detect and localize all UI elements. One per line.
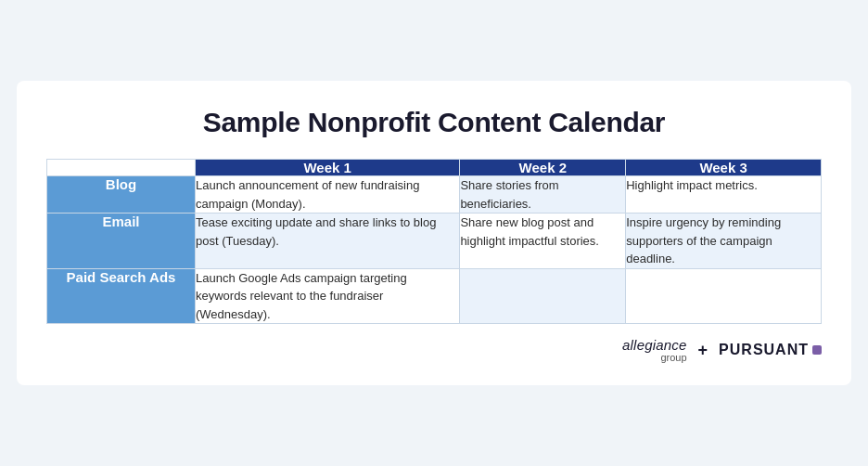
paid-search-week3: [626, 268, 822, 324]
calendar-table: Week 1 Week 2 Week 3 Blog Launch announc…: [46, 159, 822, 324]
allegiance-logo: allegiance group: [622, 337, 687, 363]
row-label-email: Email: [47, 214, 196, 269]
header-week1: Week 1: [196, 160, 460, 176]
blog-week2: Share stories from beneficiaries.: [460, 176, 626, 214]
email-week2: Share new blog post and highlight impact…: [460, 214, 626, 269]
footer: allegiance group + PURSUANT: [46, 337, 822, 363]
header-week2: Week 2: [460, 160, 626, 176]
paid-search-week1: Launch Google Ads campaign targeting key…: [196, 268, 460, 324]
row-label-paid-search: Paid Search Ads: [47, 268, 196, 324]
header-empty-cell: [47, 160, 196, 176]
table-row: Paid Search Ads Launch Google Ads campai…: [47, 268, 822, 324]
pursuant-text: PURSUANT: [719, 342, 809, 358]
blog-week1: Launch announcement of new fundraising c…: [196, 176, 460, 214]
page-container: Sample Nonprofit Content Calendar Week 1…: [17, 81, 851, 385]
email-week1: Tease exciting update and share links to…: [196, 214, 460, 269]
page-title: Sample Nonprofit Content Calendar: [46, 107, 822, 138]
blog-week3: Highlight impact metrics.: [626, 176, 822, 214]
plus-separator: +: [698, 341, 708, 360]
table-row: Email Tease exciting update and share li…: [47, 214, 822, 269]
header-week3: Week 3: [626, 160, 822, 176]
pursuant-dot-icon: [812, 345, 822, 355]
pursuant-logo: PURSUANT: [719, 342, 822, 358]
table-row: Blog Launch announcement of new fundrais…: [47, 176, 822, 214]
paid-search-week2: [460, 268, 626, 324]
email-week3: Inspire urgency by reminding supporters …: [626, 214, 822, 269]
row-label-blog: Blog: [47, 176, 196, 214]
allegiance-group-text: group: [660, 352, 686, 363]
allegiance-word: allegiance: [622, 337, 687, 353]
